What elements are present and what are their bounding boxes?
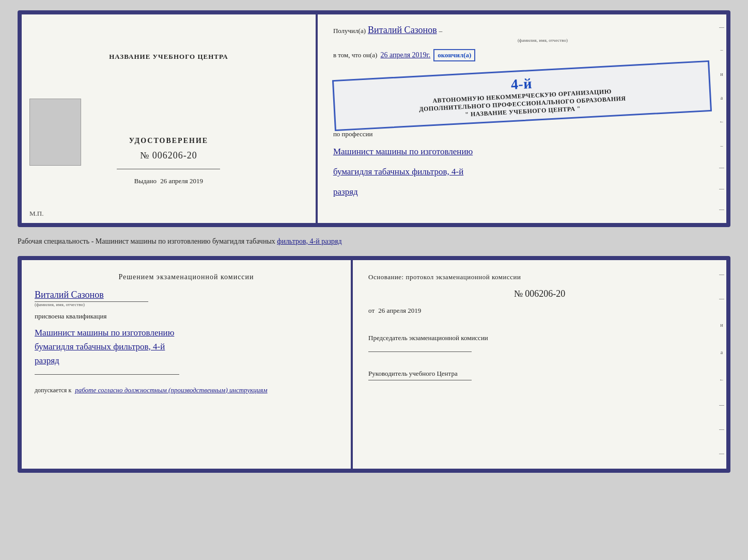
top-left-panel: НАЗВАНИЕ УЧЕБНОГО ЦЕНТРА УДОСТОВЕРЕНИЕ №… [22,14,318,223]
subtitle-bar: Рабочая специальность - Машинист машины … [18,235,730,248]
subtitle-text-underline: фильтров, 4-й разряд [277,237,341,245]
bottom-number: № 006206-20 [368,289,711,299]
predsedatel-label: Председатель экзаменационной комиссии [368,334,711,342]
qual-line1: Машинист машины по изготовлению бумагидл… [35,326,338,368]
side-decoration-bottom: и а ← [717,260,726,469]
fio-label-top: (фамилия, имя, отчество) [375,38,711,43]
mp-label: М.П. [29,210,43,218]
subtitle-text-normal: Рабочая специальность - Машинист машины … [18,237,277,245]
stamp-box: 4-й АВТОНОМНУЮ НЕКОММЕРЧЕСКУЮ ОРГАНИЗАЦИ… [332,60,712,131]
po-professii-label: по профессии [333,130,711,138]
rukovoditel-signature-line [368,380,472,380]
fio-label-bottom: (фамилия, имя, отчество) [35,302,338,307]
poluchil-line: Получил(а) Виталий Сазонов – [333,25,711,36]
ot-date-line: от 26 апреля 2019 [368,307,711,315]
vtom-line: в том, что он(а) 26 апреля 2019г. окончи… [333,49,711,61]
photo-placeholder [29,99,81,166]
bottom-right-panel: Основание: протокол экзаменационной коми… [353,260,726,469]
udostoverenie-label: УДОСТОВЕРЕНИЕ [129,137,208,145]
prisvoena-label: присвоена квалификация [35,312,338,321]
bottom-left-panel: Решением экзаменационной комиссии Витали… [22,260,353,469]
predsedatel-signature-line [368,351,472,352]
rukovoditel-label: Руководитель учебного Центра [368,370,711,378]
vtom-prefix: в том, что он(а) [333,51,378,59]
vtom-date: 26 апреля 2019г. [380,51,430,59]
training-center-label-top: НАЗВАНИЕ УЧЕБНОГО ЦЕНТРА [109,53,228,61]
vydano-date: 26 апреля 2019 [160,177,203,185]
qual-text3: разряд [35,354,338,367]
bottom-document: Решением экзаменационной комиссии Витали… [18,256,730,473]
osnov-text: Основание: протокол экзаменационной коми… [368,273,711,281]
profession-line3: разряд [333,185,711,199]
bottom-name: Виталий Сазонов [35,290,104,300]
dopuskaetsya-text: работе согласно должностным (производств… [75,386,267,394]
dopuskaetsya-line: допускается к работе согласно должностны… [35,386,338,394]
poluchil-prefix: Получил(а) [333,27,366,35]
vydano-prefix: Выдано [134,177,157,185]
udostoverenie-number: № 006206-20 [140,150,197,161]
profession-line2: бумагидля табачных фильтров, 4-й [333,165,711,179]
qual-text1: Машинист машины по изготовлению [35,326,338,340]
okonchil: окончил(а) [433,49,475,61]
dopuskaetsya-prefix: допускается к [35,387,71,394]
qual-text2: бумагидля табачных фильтров, 4-й [35,340,338,354]
ot-date: 26 апреля 2019 [378,307,421,314]
side-decoration-top: – и а ← – [717,14,726,223]
recipient-name: Виталий Сазонов [368,25,437,36]
ot-prefix: от [368,307,375,314]
top-right-panel: Получил(а) Виталий Сазонов – (фамилия, и… [318,14,726,223]
profession-line1: Машинист машины по изготовлению [333,145,711,158]
vydano-line: Выдано 26 апреля 2019 [134,177,203,185]
top-document: НАЗВАНИЕ УЧЕБНОГО ЦЕНТРА УДОСТОВЕРЕНИЕ №… [18,10,730,227]
komissia-header: Решением экзаменационной комиссии [35,273,338,281]
